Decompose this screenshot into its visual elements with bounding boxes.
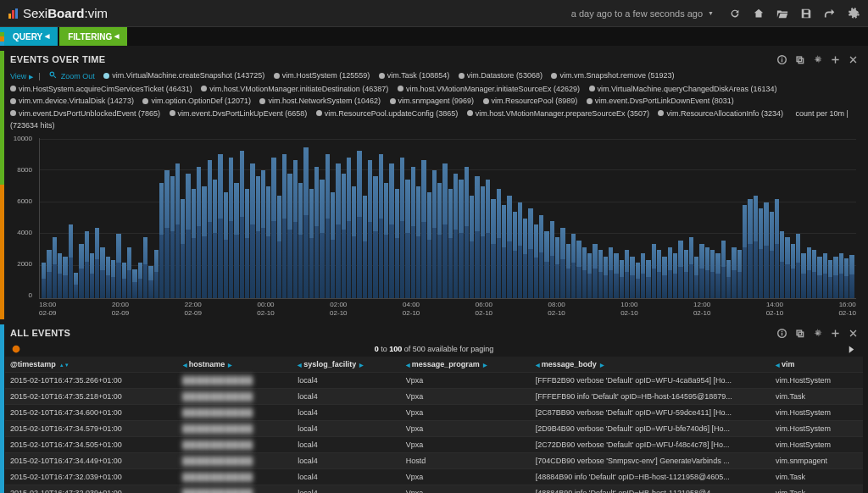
chart-bar[interactable] (229, 158, 233, 298)
chart-bar[interactable] (53, 237, 57, 298)
legend-item[interactable]: vim.host.NetworkSystem (10462) (259, 95, 381, 107)
chart-bar[interactable] (807, 247, 811, 298)
chart-bar[interactable] (748, 199, 752, 298)
chart-bar[interactable] (657, 250, 661, 298)
chart-bar[interactable] (411, 167, 415, 298)
copy-icon[interactable] (795, 55, 804, 64)
chart-bar[interactable] (287, 174, 292, 298)
chart-bar[interactable] (684, 250, 688, 298)
chart-bar[interactable] (662, 257, 666, 298)
legend-item[interactable]: vim.event.DvsPortUnblockedEvent (7865) (10, 108, 160, 119)
chart-bar[interactable] (475, 176, 479, 298)
chart-bar[interactable] (523, 219, 527, 299)
chart-bar[interactable] (373, 176, 377, 298)
chart-bar[interactable] (550, 221, 554, 298)
legend-item[interactable]: vim.Datastore (53068) (459, 69, 542, 81)
chart-bar[interactable] (459, 180, 463, 298)
chart-bar[interactable] (42, 263, 46, 298)
chart-bar[interactable] (427, 192, 431, 298)
chart-bar[interactable] (673, 253, 677, 298)
plot-area[interactable] (39, 138, 856, 299)
chart-bar[interactable] (277, 196, 281, 298)
chart-bar[interactable] (421, 160, 426, 298)
chart-bar[interactable] (74, 273, 78, 298)
chart-bar[interactable] (470, 196, 474, 298)
chart-bar[interactable] (85, 231, 89, 298)
chart-bar[interactable] (721, 241, 726, 298)
chart-bar[interactable] (705, 247, 709, 298)
chart-bar[interactable] (513, 212, 517, 298)
legend-item[interactable]: vim.ResourcePool.updateConfig (3865) (316, 108, 459, 119)
chart-bar[interactable] (331, 192, 335, 298)
chart-bar[interactable] (352, 186, 356, 298)
chart-bar[interactable] (111, 260, 115, 298)
copy-icon[interactable] (795, 329, 804, 338)
chart-bar[interactable] (764, 202, 768, 298)
chart-bar[interactable] (106, 257, 110, 298)
chart-bar[interactable] (507, 196, 511, 298)
chart-bar[interactable] (368, 160, 372, 298)
filtering-tab[interactable]: FILTERING◀ (59, 27, 127, 46)
chart-bar[interactable] (298, 183, 303, 298)
chart-bar[interactable] (796, 234, 800, 298)
chart-bar[interactable] (336, 163, 340, 298)
chart-bar[interactable] (342, 174, 346, 298)
table-row[interactable]: 2015-02-10T16:47:35.218+01:00██████████l… (5, 389, 863, 405)
chart-bar[interactable] (839, 253, 843, 298)
chart-bar[interactable] (347, 158, 351, 298)
chart-bar[interactable] (314, 167, 319, 298)
chart-bar[interactable] (759, 208, 763, 298)
save-icon[interactable] (800, 8, 812, 19)
chevron-down-icon[interactable]: ▼ (708, 10, 714, 16)
legend-item[interactable]: vim.Task (108854) (379, 69, 450, 81)
chart-bar[interactable] (416, 186, 420, 298)
chart-bar[interactable] (442, 163, 447, 298)
table-row[interactable]: 2015-02-10T16:47:34.505+01:00██████████l… (5, 437, 863, 453)
chart-bar[interactable] (197, 167, 201, 298)
chart-bar[interactable] (609, 247, 613, 298)
chart-bar[interactable] (432, 170, 437, 298)
chart-bar[interactable] (250, 163, 254, 298)
chart-bar[interactable] (357, 151, 361, 298)
chart-bar[interactable] (293, 160, 298, 298)
table-row[interactable]: 2015-02-10T16:47:35.266+01:00██████████l… (5, 373, 863, 389)
col-message-body[interactable]: ◀message_body▶ (531, 357, 771, 373)
chart-bar[interactable] (678, 241, 682, 298)
chart-bar[interactable] (604, 257, 608, 298)
chart-bar[interactable] (95, 228, 99, 298)
chart-bar[interactable] (175, 163, 180, 298)
chart-bar[interactable] (754, 196, 758, 298)
chart-bar[interactable] (208, 160, 212, 298)
home-icon[interactable] (753, 8, 765, 19)
chart-bar[interactable] (668, 247, 672, 298)
chart-bar[interactable] (737, 250, 742, 298)
chart-bar[interactable] (598, 250, 603, 298)
next-page-icon[interactable] (847, 345, 856, 354)
chart-bar[interactable] (775, 199, 779, 298)
chart-bar[interactable] (47, 250, 51, 298)
chart-bar[interactable] (202, 186, 206, 298)
gear-icon[interactable] (813, 329, 822, 338)
chart-bar[interactable] (625, 250, 629, 298)
gear-icon[interactable] (848, 8, 860, 19)
chart-bar[interactable] (170, 176, 175, 298)
chart-bar[interactable] (326, 154, 330, 298)
plus-icon[interactable] (831, 329, 840, 338)
folder-open-icon[interactable] (776, 8, 788, 19)
legend-item[interactable]: vim.HostSystem.acquireCimServicesTicket … (10, 83, 192, 95)
chart-bar[interactable] (213, 180, 217, 298)
close-icon[interactable] (849, 329, 858, 338)
chart-bar[interactable] (593, 244, 597, 298)
chart-bar[interactable] (560, 228, 565, 298)
chart-bar[interactable] (405, 180, 409, 298)
legend-item[interactable]: vim.host.VMotionManager.initiateSourceEx… (398, 83, 580, 95)
chart-bar[interactable] (544, 231, 548, 298)
chart-bar[interactable] (630, 257, 634, 298)
chart-bar[interactable] (224, 192, 228, 298)
gear-icon[interactable] (813, 55, 822, 64)
chart-bar[interactable] (576, 241, 581, 298)
chart-bar[interactable] (271, 158, 275, 298)
chart-bar[interactable] (58, 253, 62, 298)
chart-bar[interactable] (384, 183, 388, 298)
chart-bar[interactable] (636, 263, 640, 298)
